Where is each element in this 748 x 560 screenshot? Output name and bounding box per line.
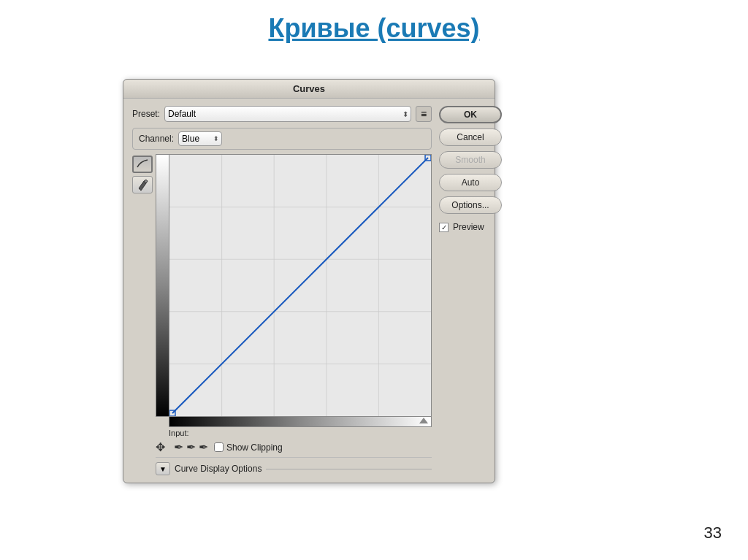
dialog-main: Preset: Default ≡ Channel: B xyxy=(132,106,486,475)
show-clipping-row: Show Clipping xyxy=(214,442,283,453)
curve-display-row: ▼ Curve Display Options xyxy=(156,457,432,475)
curve-display-label: Curve Display Options xyxy=(175,464,262,474)
channel-select[interactable]: Blue RGB Red Green xyxy=(178,131,222,146)
preset-select[interactable]: Default xyxy=(164,106,411,122)
slide-number: 33 xyxy=(704,523,722,542)
curve-graph-row xyxy=(156,154,432,417)
eyedropper-gray-icon[interactable]: ✒ xyxy=(186,440,196,454)
eyedropper-black-icon[interactable]: ✒ xyxy=(174,440,183,454)
curve-display-line xyxy=(266,469,432,469)
curve-container: Input: ✥ ✒ ✒ ✒ Show xyxy=(132,154,432,475)
preset-label: Preset: xyxy=(132,109,160,119)
pencil-tool-btn[interactable] xyxy=(132,176,153,193)
gradient-bar-bottom xyxy=(169,417,432,427)
gradient-bar-bottom-row xyxy=(156,417,432,427)
curve-svg xyxy=(169,155,431,416)
eyedropper-tools: ✒ ✒ ✒ xyxy=(174,440,208,454)
dialog-body: Preset: Default ≡ Channel: B xyxy=(123,99,495,483)
cancel-button[interactable]: Cancel xyxy=(439,129,502,146)
preset-menu-icon[interactable]: ≡ xyxy=(416,106,432,122)
channel-row: Channel: Blue RGB Red Green xyxy=(132,128,432,150)
menu-icon: ≡ xyxy=(421,108,427,120)
curves-dialog: Curves Preset: Default ≡ xyxy=(123,79,495,483)
preview-checkbox[interactable]: ✓ xyxy=(439,223,449,232)
curve-tool-btn[interactable] xyxy=(132,156,153,173)
gradient-bar-left xyxy=(156,154,169,417)
options-button[interactable]: Options... xyxy=(439,196,502,214)
preview-row: ✓ Preview xyxy=(439,219,502,232)
input-label: Input: xyxy=(169,429,189,437)
preset-select-wrapper: Default xyxy=(164,106,411,122)
channel-select-wrapper: Blue RGB Red Green xyxy=(178,131,222,146)
svg-line-8 xyxy=(172,158,428,413)
curve-graph-section: Input: ✥ ✒ ✒ ✒ Show xyxy=(156,154,432,475)
preset-row: Preset: Default ≡ xyxy=(132,106,432,122)
curve-graph[interactable] xyxy=(169,154,432,417)
dialog-right: OK Cancel Smooth Auto Options... ✓ Previ… xyxy=(439,106,502,475)
move-icon[interactable]: ✥ xyxy=(156,440,165,454)
preview-label: Preview xyxy=(453,222,484,232)
ok-button[interactable]: OK xyxy=(439,106,502,123)
input-row: Input: xyxy=(156,427,432,437)
eyedropper-white-icon[interactable]: ✒ xyxy=(199,440,208,454)
page-title: Кривые (curves) xyxy=(0,0,748,54)
curve-display-btn[interactable]: ▼ xyxy=(156,462,170,475)
smooth-button[interactable]: Smooth xyxy=(439,151,502,169)
curve-tools xyxy=(132,154,153,475)
show-clipping-checkbox[interactable] xyxy=(214,442,224,452)
gradient-triangle xyxy=(419,418,428,423)
dialog-titlebar: Curves xyxy=(123,80,495,99)
bottom-tools-row: ✥ ✒ ✒ ✒ Show Clipping xyxy=(156,437,432,454)
dialog-title: Curves xyxy=(293,83,325,94)
channel-label: Channel: xyxy=(139,134,174,144)
gradient-spacer xyxy=(156,417,169,427)
show-clipping-label: Show Clipping xyxy=(226,442,283,453)
dialog-left: Preset: Default ≡ Channel: B xyxy=(132,106,432,475)
auto-button[interactable]: Auto xyxy=(439,174,502,191)
